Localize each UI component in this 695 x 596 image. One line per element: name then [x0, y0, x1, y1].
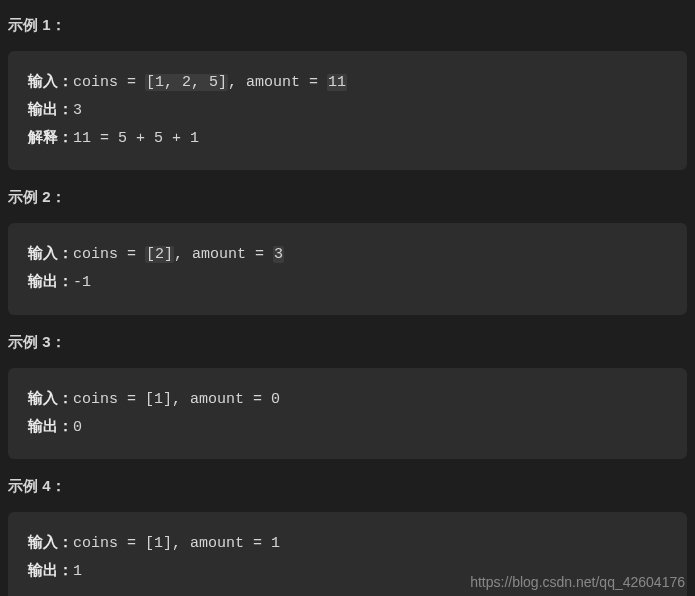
code-line: 输入：coins = [1, 2, 5], amount = 11 — [28, 69, 667, 97]
code-label: 输入： — [28, 246, 73, 263]
code-line: 输入：coins = [2], amount = 3 — [28, 241, 667, 269]
code-text: coins = — [73, 74, 145, 91]
code-text: 3 — [73, 102, 82, 119]
code-line: 输入：coins = [1], amount = 0 — [28, 386, 667, 414]
code-block: 输入：coins = [1, 2, 5], amount = 11 输出：3 解… — [8, 51, 687, 170]
example-title: 示例 3： — [8, 329, 687, 360]
code-label: 输入： — [28, 74, 73, 91]
example-title: 示例 2： — [8, 184, 687, 215]
code-label: 输出： — [28, 274, 73, 291]
code-highlight: 3 — [273, 246, 284, 263]
code-text: , amount = — [228, 74, 327, 91]
code-line: 输出：3 — [28, 97, 667, 125]
code-text: coins = — [73, 246, 145, 263]
code-highlight: [2] — [145, 246, 174, 263]
code-text: 0 — [73, 419, 82, 436]
code-label: 输入： — [28, 535, 73, 552]
code-text: 1 — [73, 563, 82, 580]
code-text: 11 = 5 + 5 + 1 — [73, 130, 199, 147]
code-block: 输入：coins = [1], amount = 0 输出：0 — [8, 368, 687, 460]
code-label: 输出： — [28, 419, 73, 436]
code-label: 输出： — [28, 102, 73, 119]
code-block: 输入：coins = [2], amount = 3 输出：-1 — [8, 223, 687, 315]
code-text: coins = [1], amount = 1 — [73, 535, 280, 552]
code-label: 输出： — [28, 563, 73, 580]
examples-container: 示例 1： 输入：coins = [1, 2, 5], amount = 11 … — [0, 0, 695, 596]
watermark: https://blog.csdn.net/qq_42604176 — [470, 574, 685, 590]
code-line: 解释：11 = 5 + 5 + 1 — [28, 125, 667, 153]
example-title: 示例 4： — [8, 473, 687, 504]
code-line: 输入：coins = [1], amount = 1 — [28, 530, 667, 558]
code-label: 输入： — [28, 391, 73, 408]
code-text: coins = [1], amount = 0 — [73, 391, 280, 408]
code-text: , amount = — [174, 246, 273, 263]
code-line: 输出：-1 — [28, 269, 667, 297]
example-title: 示例 1： — [8, 12, 687, 43]
code-highlight: [1, 2, 5] — [145, 74, 228, 91]
code-label: 解释： — [28, 130, 73, 147]
code-highlight: 11 — [327, 74, 347, 91]
code-text: -1 — [73, 274, 91, 291]
code-line: 输出：0 — [28, 414, 667, 442]
